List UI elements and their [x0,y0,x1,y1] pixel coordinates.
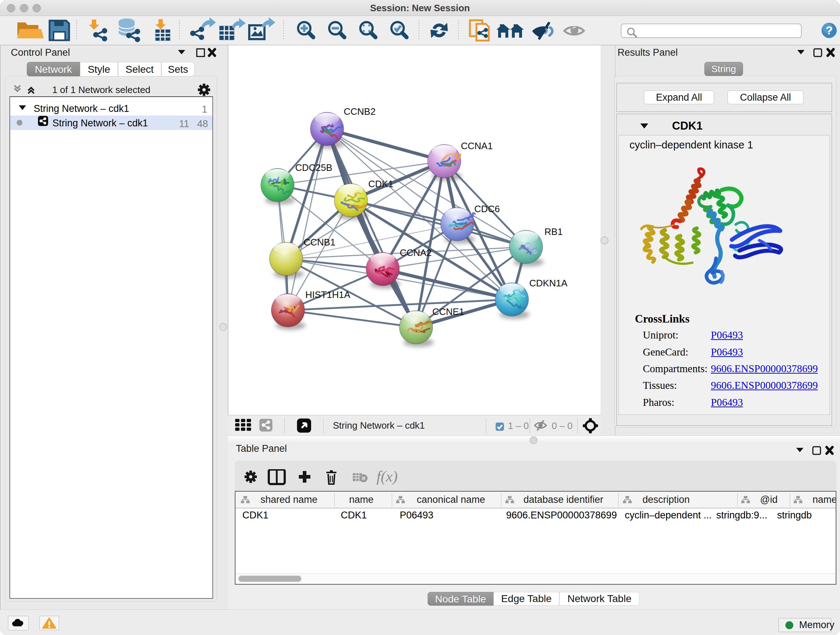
svg-text:CDK1: CDK1 [368,179,393,189]
svg-text:CDC6: CDC6 [474,203,500,214]
svg-text:HIST1H1A: HIST1H1A [305,289,351,300]
svg-text:CDKN1A: CDKN1A [529,278,568,288]
svg-text:RB1: RB1 [545,226,563,237]
svg-text:CCNA2: CCNA2 [400,247,431,258]
svg-text:CCNE1: CCNE1 [432,306,464,317]
svg-text:?: ? [826,24,833,37]
svg-text:CCNA1: CCNA1 [461,141,493,151]
svg-text:CCNB1: CCNB1 [303,237,335,248]
svg-text:CDC25B: CDC25B [295,162,332,173]
svg-text:CCNB2: CCNB2 [344,106,376,117]
svg-text:f(x): f(x) [377,469,398,485]
